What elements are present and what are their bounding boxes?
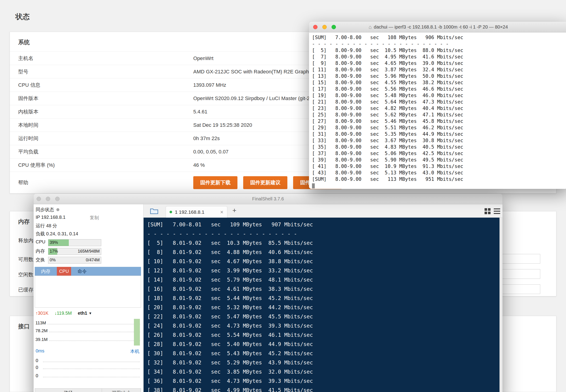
load-average-text: 负载 0.24, 0.31, 0.14	[36, 231, 78, 237]
copy-ip-link[interactable]: 复制	[90, 215, 99, 221]
axis-label: 113M	[35, 321, 46, 325]
terminal-line: [ 30] 8.01-9.02 sec 5.43 MBytes 45.2 Mbi…	[147, 349, 503, 358]
column-header-path[interactable]: 路径	[35, 388, 102, 392]
terminal-line: [ 31] 8.00-9.00 sec 5.35 MBytes 44.9 Mbi…	[312, 131, 566, 137]
swap-label: 交换	[36, 257, 45, 262]
terminal-line: [ 29] 8.00-9.00 sec 5.51 MBytes 46.2 Mbi…	[312, 125, 566, 131]
terminal-line: [ 15] 8.00-9.00 sec 4.55 MBytes 38.2 Mbi…	[312, 79, 566, 86]
terminal-line: - - - - - - - - - - - - - - - - - - - - …	[147, 229, 503, 238]
monitor-chart	[35, 276, 141, 308]
mac-terminal-output[interactable]: [SUM] 7.00-8.00 sec 108 MBytes 906 Mbits…	[309, 32, 566, 189]
row-label: CPU 使用率 (%)	[10, 162, 193, 169]
tab-cpu[interactable]: CPU	[57, 267, 71, 276]
terminal-line: [ 22] 8.01-9.02 sec 5.47 MBytes 45.5 Mbi…	[147, 312, 503, 321]
cursor-line	[312, 182, 566, 189]
gridline	[43, 362, 140, 362]
axis-row: 113M	[35, 321, 140, 325]
terminal-line: [ 19] 8.00-9.00 sec 5.48 MBytes 46.0 Mbi…	[312, 92, 566, 99]
home-icon: ⌂	[368, 24, 372, 30]
firmware-advice-button[interactable]: 固件更新建议	[243, 176, 287, 189]
minimize-window-button[interactable]	[46, 197, 50, 201]
new-tab-button[interactable]: +	[232, 207, 237, 214]
terminal-line: [ 32] 8.01-9.02 sec 5.29 MBytes 43.9 Mbi…	[147, 358, 503, 367]
window-title: FinalShell 3.7.6	[252, 196, 284, 201]
cpu-usage-bar: 39%	[48, 239, 101, 246]
close-tab-icon[interactable]: ×	[220, 209, 223, 215]
row-value: AMD GX-212JC SOC with Radeon(TM) R2E Gra…	[193, 69, 315, 75]
terminal-line: [ 23] 8.00-9.00 sec 4.82 MBytes 40.4 Mbi…	[312, 105, 566, 112]
chevron-down-icon: ▼	[89, 311, 92, 315]
download-icon: ↓	[55, 310, 57, 316]
layout-grid-icon[interactable]	[484, 208, 491, 214]
terminal-line: [ 12] 8.01-9.02 sec 3.99 MBytes 33.2 Mbi…	[147, 266, 503, 275]
upload-rate: ↑301K	[35, 310, 49, 316]
row-label: 平均负载	[10, 148, 193, 155]
download-rate: ↓119.5M	[55, 310, 72, 316]
terminal-line: [ 37] 8.00-9.00 sec 5.06 MBytes 42.5 Mbi…	[312, 150, 566, 157]
cpu-label: CPU	[36, 239, 45, 244]
finalshell-titlebar[interactable]: FinalShell 3.7.6	[34, 194, 503, 204]
zoom-window-button[interactable]	[55, 197, 60, 201]
row-label: 内核版本	[10, 108, 193, 115]
terminal-line: [ 33] 8.00-9.00 sec 3.67 MBytes 30.8 Mbi…	[312, 137, 566, 144]
system-heading: 系统	[18, 38, 30, 46]
terminal-line: [ 36] 8.01-9.02 sec 4.73 MBytes 39.3 Mbi…	[147, 376, 503, 386]
terminal-line: [ 34] 8.01-9.02 sec 3.85 MBytes 32.0 Mbi…	[147, 367, 503, 376]
memory-label: 内存	[36, 249, 45, 253]
gridline	[47, 324, 140, 324]
terminal-line: [ 39] 8.00-9.00 sec 5.90 MBytes 49.5 Mbi…	[312, 157, 566, 163]
firmware-download-button[interactable]: 固件更新下载	[193, 176, 238, 189]
tab-command[interactable]: 命令	[71, 267, 93, 276]
terminal-scrollbar[interactable]	[499, 218, 503, 392]
tab-memory[interactable]: 内存	[35, 267, 57, 276]
monitor-tabs: 内存 CPU 命令	[35, 267, 141, 276]
row-value: 5.4.61	[193, 109, 207, 115]
menu-icon[interactable]	[494, 209, 500, 214]
minimize-window-button[interactable]	[322, 25, 327, 29]
terminal-line: [ 43] 8.00-9.00 sec 5.13 MBytes 43.0 Mbi…	[312, 169, 566, 176]
latency-row: 0	[36, 365, 140, 370]
folder-icon[interactable]	[150, 208, 158, 215]
close-window-button[interactable]	[313, 25, 317, 29]
axis-row: 78.2M	[35, 328, 140, 333]
finalshell-terminal[interactable]: [SUM] 7.00-8.01 sec 109 MBytes 907 Mbits…	[143, 218, 503, 392]
session-tab[interactable]: 1 192.168.8.1 ×	[166, 206, 227, 218]
row-label: CPU 信息	[10, 82, 193, 89]
connected-status-icon	[170, 211, 172, 213]
terminal-line: [SUM] 7.00-8.01 sec 109 MBytes 907 Mbits…	[147, 220, 503, 229]
terminal-line: [ 35] 8.00-9.00 sec 4.83 MBytes 40.5 Mbi…	[312, 144, 566, 150]
local-host-link[interactable]: 本机	[130, 348, 140, 354]
row-label: 型号	[10, 68, 193, 75]
row-label: 已缓存	[18, 286, 33, 293]
row-value: 0h 37m 22s	[193, 136, 220, 141]
terminal-line: [ 21] 8.00-9.00 sec 5.64 MBytes 47.3 Mbi…	[312, 99, 566, 105]
row-label: 主机名	[10, 55, 193, 62]
session-tab-title: 1 192.168.8.1	[175, 209, 217, 215]
terminal-cursor	[312, 183, 315, 188]
ping-row: 0ms 本机	[36, 348, 140, 354]
terminal-line: [ 14] 8.01-9.02 sec 5.79 MBytes 48.1 Mbi…	[147, 275, 503, 284]
swap-usage-bar: 0% 0/474M	[48, 257, 101, 264]
sync-status-indicator	[56, 208, 59, 211]
memory-usage-row: 内存 17% 165M/948M	[36, 248, 138, 255]
memory-usage-bar: 17% 165M/948M	[48, 248, 101, 255]
zoom-window-button[interactable]	[332, 25, 336, 29]
mac-terminal-titlebar[interactable]: ⌂ dachui — iperf3 -c 192.168.8.1 -b 1000…	[309, 22, 566, 32]
row-label: 运行时间	[10, 135, 193, 142]
terminal-line: [ 10] 8.01-9.02 sec 4.67 MBytes 38.8 Mbi…	[147, 257, 503, 266]
terminal-line: [ 5] 8.01-9.02 sec 10.3 MBytes 85.5 Mbit…	[147, 238, 503, 248]
upload-icon: ↑	[35, 310, 38, 316]
terminal-line: [ 11] 8.00-9.00 sec 3.87 MBytes 32.4 Mbi…	[312, 67, 566, 73]
terminal-line: [ 38] 8.01-9.02 sec 4.99 MBytes 41.5 Mbi…	[147, 386, 503, 392]
terminal-line: [ 20] 8.01-9.02 sec 5.32 MBytes 44.2 Mbi…	[147, 303, 503, 312]
window-title: ⌂ dachui — iperf3 -c 192.168.8.1 -b 1000…	[368, 24, 508, 30]
row-value: OpenWrt S2020.09.12 Sirpdboy / LuCI Mast…	[193, 96, 310, 101]
file-table-header: 路径 可用/大小	[35, 388, 141, 392]
terminal-line: [ 26] 8.01-9.02 sec 5.54 MBytes 46.1 Mbi…	[147, 330, 503, 339]
column-header-size[interactable]: 可用/大小	[102, 388, 141, 392]
row-label: 固件版本	[10, 95, 193, 102]
terminal-line: [ 7] 8.00-9.00 sec 4.95 MBytes 41.6 Mbit…	[312, 54, 566, 60]
close-window-button[interactable]	[37, 197, 41, 201]
latency-row: 0	[36, 373, 140, 378]
interface-selector[interactable]: eth1 ▼	[78, 310, 92, 316]
